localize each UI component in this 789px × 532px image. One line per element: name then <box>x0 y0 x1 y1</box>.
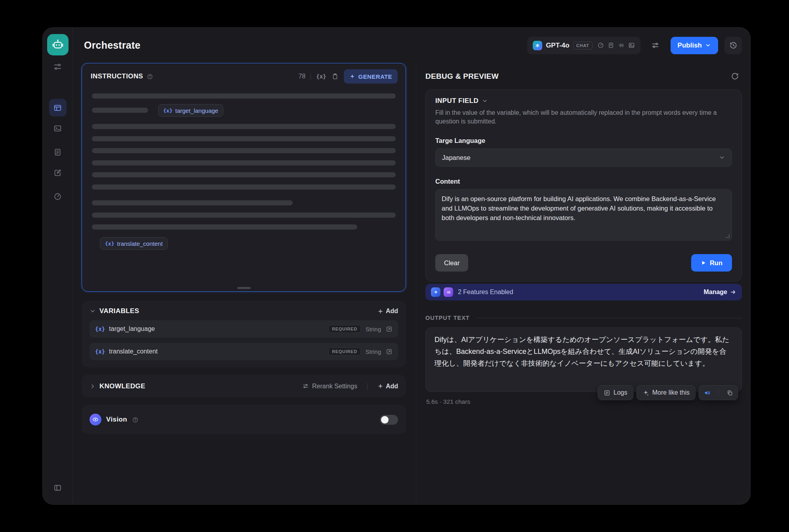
skeleton-line <box>92 136 396 141</box>
model-selector[interactable]: GPT-4o CHAT <box>527 37 640 54</box>
add-variable-button[interactable]: Add <box>377 308 398 315</box>
help-icon[interactable] <box>147 73 153 80</box>
content-textarea[interactable]: Dify is an open-source platform for buil… <box>435 189 732 241</box>
variable-brace: {x} <box>95 348 105 355</box>
divider <box>475 318 742 318</box>
variable-brace: {x} <box>105 241 114 247</box>
variable-chip-target-language[interactable]: {x} target_language <box>158 104 223 117</box>
model-feature-icons <box>597 42 635 49</box>
input-field-card: INPUT FIELD Fill in the value of the var… <box>425 89 742 281</box>
document-icon <box>53 148 62 156</box>
chevron-down-icon <box>705 42 711 48</box>
speaker-button[interactable] <box>699 386 715 400</box>
required-badge: REQUIRED <box>328 325 361 333</box>
version-history-button[interactable] <box>724 37 742 54</box>
skeleton-line <box>92 148 396 153</box>
publish-button[interactable]: Publish <box>671 37 718 54</box>
debug-title: DEBUG & PREVIEW <box>425 72 499 81</box>
clipboard-icon[interactable] <box>332 73 339 80</box>
manage-features-button[interactable]: Manage <box>703 289 736 296</box>
logs-label: Logs <box>614 389 627 396</box>
copy-icon <box>726 390 733 396</box>
orchestrate-pane: INSTRUCTIONS 78 {x} GENERATE <box>73 63 416 504</box>
variables-title: VARIABLES <box>99 307 139 315</box>
refresh-icon <box>731 72 739 80</box>
variable-name: target_language <box>109 325 155 332</box>
output-text-label: OUTPUT TEXT <box>425 315 470 321</box>
log-list-icon <box>604 390 610 396</box>
rerank-icon <box>302 383 309 390</box>
collapse-sidebar-button[interactable] <box>49 479 67 496</box>
instructions-editor[interactable]: INSTRUCTIONS 78 {x} GENERATE <box>82 63 406 292</box>
chat-mode-badge: CHAT <box>573 42 593 49</box>
sidebar-item-monitoring[interactable] <box>49 188 67 205</box>
insert-variable-icon[interactable]: {x} <box>316 73 326 80</box>
skeleton-line <box>92 213 396 218</box>
sidebar-item-logs[interactable] <box>49 143 67 161</box>
logs-button[interactable]: Logs <box>598 385 633 400</box>
required-badge: REQUIRED <box>328 348 361 355</box>
vision-eye-icon <box>90 414 101 426</box>
restart-conversation-button[interactable] <box>728 69 742 84</box>
app-window: Orchestrate GPT-4o CHAT <box>43 28 750 504</box>
help-icon[interactable] <box>132 416 139 423</box>
collapse-panel-icon <box>53 484 62 492</box>
variables-section: VARIABLES Add {x} target_language REQUIR… <box>82 301 406 367</box>
run-label: Run <box>710 259 722 267</box>
robot-icon <box>52 39 64 51</box>
knowledge-section[interactable]: KNOWLEDGE Rerank Settings Add <box>82 375 406 397</box>
variable-chip-translate-content[interactable]: {x} translate_content <box>100 237 168 250</box>
input-field-header[interactable]: INPUT FIELD <box>435 97 732 105</box>
variables-header[interactable]: VARIABLES Add <box>90 307 398 315</box>
edit-field-icon[interactable] <box>386 348 393 355</box>
generate-button[interactable]: GENERATE <box>344 69 398 84</box>
rerank-settings-button[interactable]: Rerank Settings <box>302 383 357 390</box>
more-like-this-button[interactable]: More like this <box>637 385 696 400</box>
features-enabled-bar[interactable]: 2 Features Enabled Manage <box>425 284 742 300</box>
debug-header: DEBUG & PREVIEW <box>425 63 742 89</box>
gauge-icon <box>53 192 62 201</box>
clear-button[interactable]: Clear <box>435 254 468 272</box>
resize-handle[interactable] <box>237 287 251 289</box>
content-field-label: Content <box>435 178 732 185</box>
divider <box>367 383 368 390</box>
output-actions: Logs More like this <box>598 385 738 400</box>
edit-field-icon[interactable] <box>386 326 393 332</box>
chevron-down-icon <box>719 154 725 161</box>
vision-toggle[interactable] <box>380 415 398 425</box>
skeleton-line <box>92 160 396 165</box>
orchestrate-icon <box>53 104 62 112</box>
vision-title: Vision <box>106 416 127 424</box>
language-select[interactable]: Japanese <box>435 148 732 167</box>
workflow-settings-button[interactable] <box>647 37 664 54</box>
sidebar-item-terminal[interactable] <box>49 120 67 137</box>
main-content: INSTRUCTIONS 78 {x} GENERATE <box>73 63 750 504</box>
variable-meta: REQUIRED String <box>328 348 393 355</box>
more-like-this-label: More like this <box>652 389 690 396</box>
content-field-wrap: Dify is an open-source platform for buil… <box>435 189 732 241</box>
sidebar-item-settings[interactable] <box>49 58 67 75</box>
run-button[interactable]: Run <box>691 254 732 272</box>
instructions-title: INSTRUCTIONS <box>91 72 143 80</box>
char-count: 78 <box>298 73 305 80</box>
knowledge-title: KNOWLEDGE <box>99 382 145 390</box>
variable-type: String <box>366 326 381 332</box>
divider <box>718 389 718 396</box>
generate-label: GENERATE <box>358 73 392 80</box>
add-knowledge-button[interactable]: Add <box>377 383 398 390</box>
sidebar-item-orchestrate[interactable] <box>49 99 67 116</box>
output-section-header: OUTPUT TEXT <box>425 315 742 321</box>
sidebar-item-annotation[interactable] <box>49 164 67 181</box>
text-to-speech-feature-icon <box>444 287 453 297</box>
toggle-knob <box>381 416 389 424</box>
add-label: Add <box>386 383 398 390</box>
variable-row-translate-content[interactable]: {x} translate_content REQUIRED String <box>90 343 398 360</box>
app-logo[interactable] <box>47 34 69 55</box>
sliders-icon <box>53 63 62 71</box>
variable-row-target-language[interactable]: {x} target_language REQUIRED String <box>90 320 398 338</box>
copy-output-button[interactable] <box>722 386 738 400</box>
variable-name: translate_content <box>109 348 158 355</box>
terminal-icon <box>53 124 62 133</box>
output-message: Difyは、AIアプリケーションを構築するためのオープンソースプラットフォームで… <box>425 327 742 392</box>
variable-brace: {x} <box>163 108 172 114</box>
